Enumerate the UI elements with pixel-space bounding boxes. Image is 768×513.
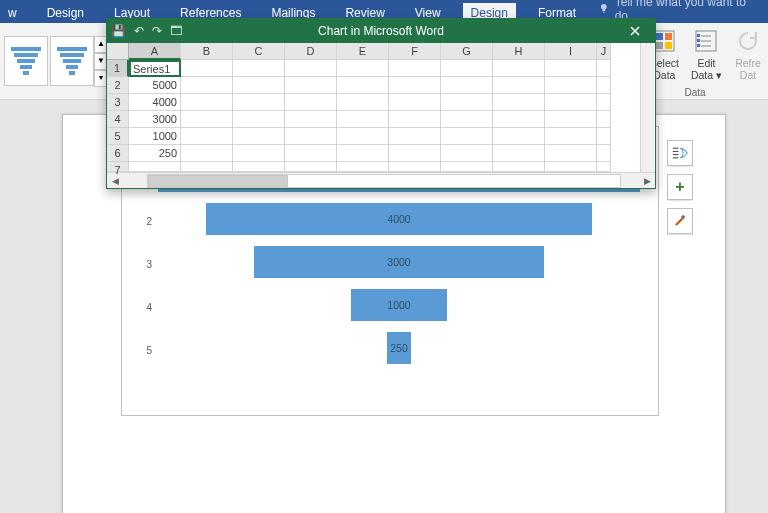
chart-elements-button[interactable]: +	[667, 174, 693, 200]
cell[interactable]	[285, 145, 337, 162]
cell[interactable]	[493, 77, 545, 94]
cell[interactable]	[545, 77, 597, 94]
column-header[interactable]: D	[285, 43, 337, 60]
cell[interactable]	[389, 77, 441, 94]
column-header[interactable]: I	[545, 43, 597, 60]
cell[interactable]	[597, 94, 611, 111]
cell[interactable]	[285, 162, 337, 172]
cell[interactable]	[181, 94, 233, 111]
cell[interactable]	[441, 128, 493, 145]
cell[interactable]	[285, 128, 337, 145]
cell[interactable]	[337, 94, 389, 111]
cell[interactable]	[441, 145, 493, 162]
cell[interactable]: 5000	[129, 77, 181, 94]
cell[interactable]	[181, 77, 233, 94]
cell[interactable]: 4000	[129, 94, 181, 111]
scroll-left-icon[interactable]: ◀	[107, 174, 123, 188]
cell[interactable]	[597, 162, 611, 172]
tab-design[interactable]: Design	[39, 3, 92, 23]
cell[interactable]	[441, 94, 493, 111]
cell[interactable]	[337, 111, 389, 128]
cell[interactable]	[285, 94, 337, 111]
cell[interactable]	[441, 77, 493, 94]
cell[interactable]	[545, 111, 597, 128]
cell[interactable]	[441, 162, 493, 172]
column-header[interactable]: J	[597, 43, 611, 60]
cell[interactable]	[129, 162, 181, 172]
cell[interactable]	[337, 162, 389, 172]
row-header[interactable]: 6	[107, 145, 129, 162]
cell[interactable]	[389, 162, 441, 172]
cell[interactable]	[285, 111, 337, 128]
cell[interactable]	[545, 60, 597, 77]
cell[interactable]	[441, 111, 493, 128]
cell[interactable]: 250	[129, 145, 181, 162]
layout-options-button[interactable]	[667, 140, 693, 166]
cell[interactable]	[337, 60, 389, 77]
cell[interactable]	[233, 145, 285, 162]
column-header[interactable]: F	[389, 43, 441, 60]
cell[interactable]	[597, 128, 611, 145]
cell[interactable]	[181, 60, 233, 77]
select-all-cell[interactable]	[107, 43, 129, 60]
excel-close-button[interactable]	[615, 19, 655, 43]
cell[interactable]	[285, 60, 337, 77]
row-header[interactable]: 2	[107, 77, 129, 94]
cell[interactable]	[545, 145, 597, 162]
excel-grid[interactable]: ABCDEFGHIJ1Series12500034000430005100062…	[107, 43, 655, 172]
cell[interactable]	[597, 145, 611, 162]
cell[interactable]	[337, 145, 389, 162]
row-header[interactable]: 5	[107, 128, 129, 145]
cell[interactable]	[493, 162, 545, 172]
cell[interactable]	[389, 128, 441, 145]
row-header[interactable]: 7	[107, 162, 129, 172]
cell[interactable]	[337, 77, 389, 94]
cell[interactable]	[389, 145, 441, 162]
cell[interactable]	[545, 162, 597, 172]
excel-horizontal-scrollbar[interactable]: ◀ ▶	[107, 172, 655, 188]
excel-titlebar[interactable]: 💾 ↶ ↷ 🗔 Chart in Microsoft Word	[107, 19, 655, 43]
column-header[interactable]: C	[233, 43, 285, 60]
column-header[interactable]: B	[181, 43, 233, 60]
column-header[interactable]: A	[129, 43, 181, 60]
cell[interactable]	[181, 162, 233, 172]
cell[interactable]	[545, 128, 597, 145]
cell[interactable]	[233, 162, 285, 172]
cell[interactable]	[493, 94, 545, 111]
cell[interactable]	[233, 60, 285, 77]
cell[interactable]	[597, 77, 611, 94]
cell[interactable]	[389, 94, 441, 111]
cell[interactable]	[597, 111, 611, 128]
row-header[interactable]: 3	[107, 94, 129, 111]
excel-vertical-scrollbar[interactable]	[640, 43, 654, 172]
cell[interactable]	[389, 60, 441, 77]
customize-icon[interactable]: 🗔	[170, 24, 182, 38]
column-header[interactable]: H	[493, 43, 545, 60]
cell[interactable]	[233, 77, 285, 94]
cell[interactable]	[493, 145, 545, 162]
scrollbar-thumb[interactable]	[148, 175, 288, 187]
cell[interactable]: 3000	[129, 111, 181, 128]
cell[interactable]	[441, 60, 493, 77]
chart-style-thumb[interactable]	[50, 36, 94, 86]
column-header[interactable]: E	[337, 43, 389, 60]
cell[interactable]	[493, 111, 545, 128]
chart-style-thumb[interactable]	[4, 36, 48, 86]
row-header[interactable]: 4	[107, 111, 129, 128]
redo-icon[interactable]: ↷	[152, 24, 162, 38]
cell[interactable]	[285, 77, 337, 94]
save-icon[interactable]: 💾	[111, 24, 126, 38]
chart-bar[interactable]: 250	[387, 332, 411, 364]
cell[interactable]	[181, 111, 233, 128]
cell[interactable]	[233, 94, 285, 111]
cell[interactable]	[493, 60, 545, 77]
cell[interactable]	[545, 94, 597, 111]
cell[interactable]: 1000	[129, 128, 181, 145]
scroll-right-icon[interactable]: ▶	[639, 174, 655, 188]
chart-bar[interactable]: 4000	[206, 203, 592, 235]
row-header[interactable]: 1	[107, 60, 129, 77]
undo-icon[interactable]: ↶	[134, 24, 144, 38]
column-header[interactable]: G	[441, 43, 493, 60]
cell[interactable]	[181, 145, 233, 162]
chart-bar[interactable]: 3000	[254, 246, 543, 278]
